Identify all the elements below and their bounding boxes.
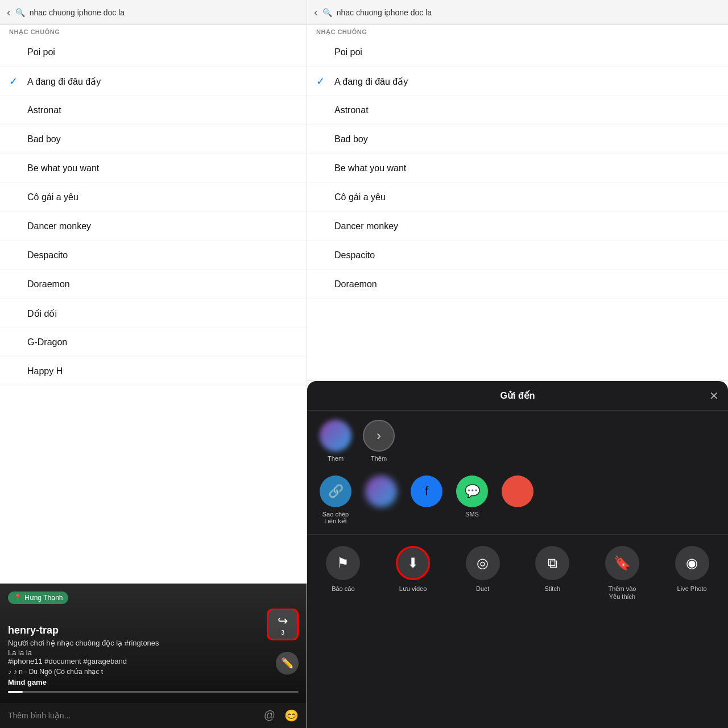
duet-icon: ◎ [466, 546, 500, 580]
right-section-label: NHẠC CHUÔNG [307, 25, 728, 38]
right-back-button[interactable]: ‹ [314, 6, 318, 19]
list-item[interactable]: ✓ Dối dối [0, 299, 307, 328]
video-progress-bar [8, 691, 299, 693]
left-back-button[interactable]: ‹ [7, 6, 11, 19]
comment-icons: @ 😊 [264, 709, 299, 722]
avatar-blurred [320, 420, 351, 452]
share-sheet-title: Gửi đến [500, 390, 535, 401]
action-stitch[interactable]: ⧉ Stitch [530, 546, 575, 601]
app-item-copy-link[interactable]: 🔗 Sao chépLiên kết [318, 475, 353, 525]
list-item[interactable]: ✓ Astronat [307, 96, 728, 125]
sms-icon: 💬 [456, 475, 488, 507]
actions-grid: ⚑ Báo cáo ⬇ Lưu video ◎ Duet ⧉ Stitch 🔖 … [307, 535, 728, 613]
avatar-more: › [363, 420, 395, 452]
facebook-icon: f [411, 475, 442, 507]
left-search-query[interactable]: nhac chuong iphone doc la [30, 8, 125, 17]
location-badge: 📍 Hưng Thạnh [8, 592, 68, 604]
ringtone-name: Despacito [27, 250, 68, 260]
comment-bar: Thêm bình luận... @ 😊 [0, 703, 307, 728]
ringtone-name: Astronat [334, 105, 369, 115]
right-search-query[interactable]: nhac chuong iphone doc la [337, 8, 432, 17]
ringtone-name: Poi poi [334, 47, 362, 57]
list-item[interactable]: ✓ Dancer monkey [307, 212, 728, 241]
list-item[interactable]: ✓ Doraemon [307, 270, 728, 299]
music-name: ♪ n - Du Ngô (Có chứa nhạc t [14, 668, 103, 676]
right-ringtone-list: ✓ Poi poi ✓ A đang đi đâu đấy ✓ Astronat… [307, 38, 728, 380]
list-item[interactable]: ✓ Poi poi [307, 38, 728, 67]
app-item-red[interactable] [500, 475, 535, 511]
mention-icon[interactable]: @ [264, 709, 275, 722]
list-item[interactable]: ✓ Be what you want [307, 154, 728, 183]
list-item[interactable]: ✓ Despacito [0, 241, 307, 270]
app-item-blue[interactable]: f [410, 475, 444, 511]
left-search-bar: ‹ 🔍 nhac chuong iphone doc la [0, 0, 307, 25]
left-search-icon: 🔍 [15, 8, 25, 17]
video-title: henry-trap [8, 624, 299, 636]
app-item-blurred1[interactable] [364, 475, 398, 511]
list-item[interactable]: ✓ Bad boy [0, 125, 307, 154]
action-favorite[interactable]: 🔖 Thêm vàoYêu thích [599, 546, 645, 601]
ringtone-name: Poi poi [27, 47, 55, 57]
list-item[interactable]: ✓ Dancer monkey [0, 212, 307, 241]
action-live-photo[interactable]: ◉ Live Photo [669, 546, 715, 601]
list-item[interactable]: ✓ Doraemon [0, 270, 307, 299]
copy-link-icon: 🔗 [320, 475, 351, 507]
action-duet[interactable]: ◎ Duet [460, 546, 506, 601]
contact-item-more[interactable]: › Thêm [362, 420, 396, 462]
ringtone-name: Bad boy [334, 134, 368, 144]
ringtone-name: Dối dối [27, 308, 57, 319]
left-ringtone-list: ✓ Poi poi ✓ A đang đi đâu đấy ✓ Astronat… [0, 38, 307, 584]
app-item-sms[interactable]: 💬 SMS [455, 475, 489, 518]
comment-placeholder[interactable]: Thêm bình luận... [8, 711, 71, 720]
emoji-icon[interactable]: 😊 [284, 709, 299, 722]
check-icon: ✓ [9, 75, 20, 88]
list-item[interactable]: ✓ G-Dragon [0, 328, 307, 357]
list-item[interactable]: ✓ Cô gái a yêu [0, 183, 307, 212]
contact-item-blurred[interactable]: Them [318, 420, 353, 462]
list-item[interactable]: ✓ Happy H [0, 357, 307, 386]
action-save-video[interactable]: ⬇ Lưu video [390, 546, 436, 601]
action-report[interactable]: ⚑ Báo cáo [320, 546, 366, 601]
ringtone-name: Dancer monkey [334, 221, 398, 231]
right-search-icon: 🔍 [322, 8, 332, 17]
list-item[interactable]: ✓ Bad boy [307, 125, 728, 154]
ringtone-name: Bad boy [27, 134, 61, 144]
list-item[interactable]: ✓ Be what you want [0, 154, 307, 183]
list-item[interactable]: ✓ A đang đi đâu đấy [0, 67, 307, 96]
ringtone-name: Dancer monkey [27, 221, 91, 231]
list-item[interactable]: ✓ A đang đi đâu đấy [307, 67, 728, 96]
apps-row: 🔗 Sao chépLiên kết f 💬 SMS [307, 471, 728, 535]
save-video-icon: ⬇ [396, 546, 430, 580]
report-icon: ⚑ [326, 546, 360, 580]
ringtone-name: Be what you want [334, 163, 406, 173]
ringtone-name: Doraemon [334, 279, 377, 289]
share-close-button[interactable]: ✕ [709, 389, 719, 403]
action-label-live-photo: Live Photo [677, 585, 707, 593]
video-subtitle: Mind game [8, 678, 299, 686]
list-item[interactable]: ✓ Despacito [307, 241, 728, 270]
video-area: 📍 Hưng Thạnh ↪ 3 ✏️ henry-trap Người chơ… [0, 584, 307, 703]
app-icon-red [502, 475, 533, 507]
list-item[interactable]: ✓ Cô gái a yêu [307, 183, 728, 212]
location-name: Hưng Thạnh [24, 594, 63, 602]
check-icon: ✓ [316, 75, 328, 88]
video-progress-fill [8, 691, 23, 693]
left-section-label: NHẠC CHUÔNG [0, 25, 307, 38]
live-photo-icon: ◉ [675, 546, 709, 580]
app-icon-blurred1 [365, 475, 397, 507]
action-label-favorite: Thêm vàoYêu thích [608, 585, 636, 601]
right-panel: ‹ 🔍 nhac chuong iphone doc la NHẠC CHUÔN… [307, 0, 728, 728]
ringtone-name: A đang đi đâu đấy [27, 76, 101, 87]
contact-label: Them [328, 455, 344, 462]
action-label-stitch: Stitch [545, 585, 561, 593]
right-search-bar: ‹ 🔍 nhac chuong iphone doc la [307, 0, 728, 25]
app-label-copy-link: Sao chépLiên kết [322, 511, 349, 525]
list-item[interactable]: ✓ Astronat [0, 96, 307, 125]
list-item[interactable]: ✓ Poi poi [0, 38, 307, 67]
favorite-icon: 🔖 [605, 546, 639, 580]
ringtone-name: Be what you want [27, 163, 99, 173]
ringtone-name: Doraemon [27, 279, 70, 289]
video-info: henry-trap Người chơi hệ nhạc chuông độc… [8, 624, 299, 697]
location-icon: 📍 [14, 594, 22, 602]
video-desc: Người chơi hệ nhạc chuông độc lạ #ringto… [8, 639, 299, 647]
